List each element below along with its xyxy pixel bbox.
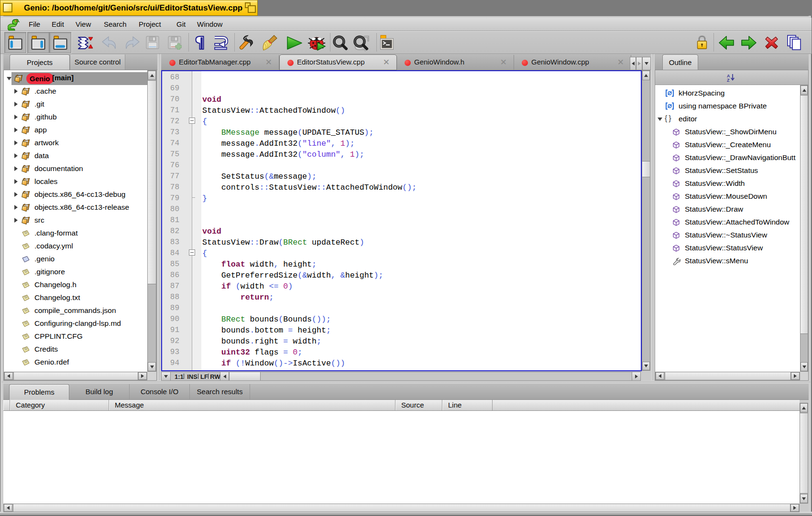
svg-text:Z: Z <box>727 78 730 83</box>
